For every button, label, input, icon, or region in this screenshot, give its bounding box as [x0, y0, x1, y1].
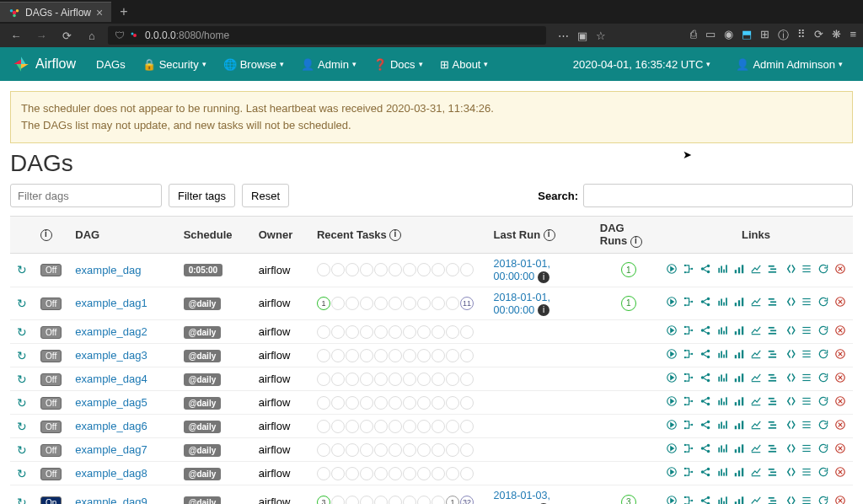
refresh-icon[interactable]	[817, 372, 829, 386]
code-icon[interactable]	[784, 466, 796, 480]
graph-view-icon[interactable]	[700, 442, 711, 457]
logs-icon[interactable]	[801, 495, 812, 504]
col-schedule[interactable]: Schedule	[177, 217, 252, 254]
task-tries-icon[interactable]	[733, 372, 745, 386]
logs-icon[interactable]	[801, 466, 812, 480]
logs-icon[interactable]	[801, 296, 812, 310]
task-duration-icon[interactable]	[716, 395, 728, 410]
task-duration-icon[interactable]	[716, 466, 728, 480]
new-tab-button[interactable]: +	[111, 4, 136, 19]
refresh-icon[interactable]	[817, 442, 829, 457]
landing-times-icon[interactable]	[750, 296, 762, 310]
nav-admin[interactable]: 👤Admin▾	[292, 58, 365, 71]
refresh-icon[interactable]	[817, 466, 829, 480]
tree-view-icon[interactable]	[683, 263, 694, 277]
task-duration-icon[interactable]	[716, 495, 728, 504]
filter-dags-input[interactable]	[10, 184, 162, 207]
dag-link[interactable]: example_dag1	[75, 297, 147, 309]
row-refresh-icon[interactable]: ↻	[17, 420, 27, 433]
col-dag[interactable]: DAG	[68, 217, 176, 254]
task-tries-icon[interactable]	[733, 296, 745, 310]
task-circle[interactable]: 11	[460, 297, 474, 310]
gantt-icon[interactable]	[767, 324, 779, 339]
logs-icon[interactable]	[801, 263, 812, 277]
refresh-icon[interactable]	[817, 495, 829, 504]
trigger-dag-icon[interactable]	[666, 348, 678, 362]
row-refresh-icon[interactable]: ↻	[17, 396, 27, 410]
reader-icon[interactable]: ⋯	[558, 29, 569, 42]
clock[interactable]: 2020-04-01, 16:35:42 UTC▾	[565, 58, 720, 71]
task-circle[interactable]: 32	[460, 496, 474, 504]
code-icon[interactable]	[784, 419, 796, 433]
task-duration-icon[interactable]	[716, 419, 728, 433]
forward-button[interactable]: →	[32, 29, 51, 42]
tree-view-icon[interactable]	[683, 324, 694, 339]
row-refresh-icon[interactable]: ↻	[17, 349, 27, 362]
gantt-icon[interactable]	[767, 442, 779, 457]
task-circle[interactable]: 1	[446, 496, 459, 504]
dag-link[interactable]: example_dag6	[75, 420, 147, 432]
task-duration-icon[interactable]	[716, 263, 728, 277]
refresh-icon[interactable]	[817, 348, 829, 362]
delete-icon[interactable]	[834, 296, 846, 310]
schedule-badge[interactable]: @daily	[184, 298, 222, 310]
reset-button[interactable]: Reset	[242, 184, 289, 207]
task-circle[interactable]: 3	[317, 496, 330, 504]
delete-icon[interactable]	[834, 495, 846, 504]
trigger-dag-icon[interactable]	[666, 263, 678, 277]
code-icon[interactable]	[784, 372, 796, 386]
dag-run-count[interactable]: 1	[621, 262, 636, 277]
dag-toggle[interactable]: Off	[40, 298, 62, 310]
landing-times-icon[interactable]	[750, 372, 762, 386]
row-refresh-icon[interactable]: ↻	[17, 297, 27, 310]
schedule-badge[interactable]: @daily	[184, 496, 222, 504]
ext1-icon[interactable]: ⬒	[742, 28, 752, 43]
dag-toggle[interactable]: Off	[40, 326, 62, 339]
task-duration-icon[interactable]	[716, 296, 728, 310]
graph-view-icon[interactable]	[700, 419, 711, 433]
dag-link[interactable]: example_dag9	[75, 496, 147, 504]
code-icon[interactable]	[784, 263, 796, 277]
graph-view-icon[interactable]	[700, 263, 711, 277]
graph-view-icon[interactable]	[700, 372, 711, 386]
dag-link[interactable]: example_dag4	[75, 373, 147, 385]
tree-view-icon[interactable]	[683, 372, 694, 386]
landing-times-icon[interactable]	[750, 495, 762, 504]
col-last-run[interactable]: Last Run	[487, 217, 593, 254]
last-run-link[interactable]: 2018-01-03, 00:00:00i	[494, 490, 550, 504]
ext4-icon[interactable]: ⠿	[797, 28, 806, 43]
dag-toggle[interactable]: Off	[40, 421, 62, 433]
task-duration-icon[interactable]	[716, 348, 728, 362]
landing-times-icon[interactable]	[750, 348, 762, 362]
landing-times-icon[interactable]	[750, 395, 762, 410]
dag-link[interactable]: example_dag7	[75, 443, 147, 456]
task-tries-icon[interactable]	[733, 395, 745, 410]
graph-view-icon[interactable]	[700, 296, 711, 310]
delete-icon[interactable]	[834, 348, 846, 362]
refresh-icon[interactable]	[817, 263, 829, 277]
dag-toggle[interactable]: Off	[40, 468, 62, 480]
trigger-dag-icon[interactable]	[666, 395, 678, 410]
schedule-badge[interactable]: @daily	[184, 397, 222, 410]
gantt-icon[interactable]	[767, 395, 779, 410]
schedule-badge[interactable]: @daily	[184, 326, 222, 339]
schedule-badge[interactable]: @daily	[184, 373, 222, 386]
dag-toggle[interactable]: Off	[40, 373, 62, 386]
back-button[interactable]: ←	[7, 29, 25, 42]
search-input[interactable]	[583, 184, 853, 207]
row-refresh-icon[interactable]: ↻	[17, 443, 27, 457]
tree-view-icon[interactable]	[683, 348, 694, 362]
dag-run-count[interactable]: 3	[621, 495, 636, 504]
tree-view-icon[interactable]	[683, 395, 694, 410]
task-tries-icon[interactable]	[733, 348, 745, 362]
nav-dags[interactable]: DAGs	[88, 58, 134, 71]
task-tries-icon[interactable]	[733, 495, 745, 504]
logs-icon[interactable]	[801, 372, 812, 386]
trigger-dag-icon[interactable]	[666, 419, 678, 433]
last-run-link[interactable]: 2018-01-01, 00:00:00i	[494, 292, 550, 316]
row-refresh-icon[interactable]: ↻	[17, 496, 27, 504]
delete-icon[interactable]	[834, 263, 846, 277]
logs-icon[interactable]	[801, 348, 812, 362]
gantt-icon[interactable]	[767, 466, 779, 480]
url-box[interactable]: 🛡 0.0.0.0:8080/home	[108, 26, 546, 45]
